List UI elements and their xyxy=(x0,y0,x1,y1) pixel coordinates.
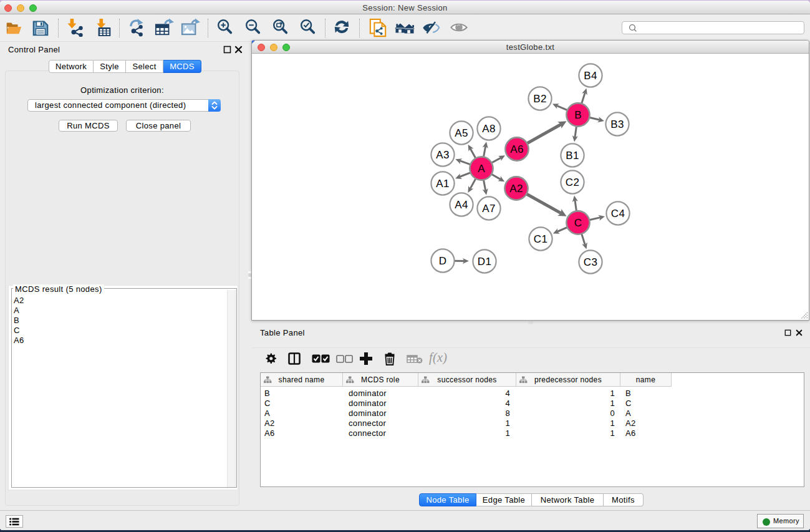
svg-text:A3: A3 xyxy=(436,149,450,161)
svg-text:B3: B3 xyxy=(610,118,624,130)
svg-text:C3: C3 xyxy=(584,256,597,268)
svg-text:C4: C4 xyxy=(611,208,625,220)
svg-text:A2: A2 xyxy=(509,183,523,195)
svg-text:A1: A1 xyxy=(436,178,450,190)
svg-text:A7: A7 xyxy=(482,203,496,215)
svg-text:C: C xyxy=(574,217,582,229)
svg-text:A4: A4 xyxy=(455,199,468,211)
svg-text:D: D xyxy=(439,255,447,267)
svg-text:D1: D1 xyxy=(478,256,491,268)
svg-text:A6: A6 xyxy=(510,143,524,155)
svg-text:A5: A5 xyxy=(455,127,468,139)
svg-text:A8: A8 xyxy=(482,123,496,135)
svg-text:C1: C1 xyxy=(534,233,547,245)
svg-text:B: B xyxy=(574,109,582,121)
svg-text:C2: C2 xyxy=(566,177,579,188)
svg-text:B1: B1 xyxy=(566,150,579,162)
svg-text:B4: B4 xyxy=(584,70,597,82)
svg-text:A: A xyxy=(478,163,485,175)
svg-text:B2: B2 xyxy=(533,93,547,105)
